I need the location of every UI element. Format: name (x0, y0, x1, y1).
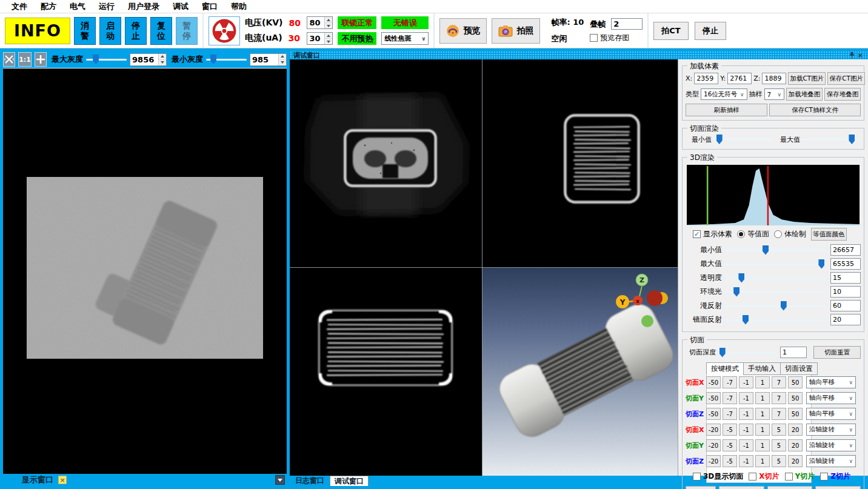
zoom-1-1-button[interactable]: 1:1 (18, 52, 32, 67)
slice-step-button[interactable]: -1 (739, 439, 753, 451)
slice-step-button[interactable]: -7 (723, 408, 737, 420)
spin-arrows[interactable] (158, 54, 166, 65)
snapshot-button[interactable]: 拍照 (492, 18, 540, 44)
voltage-input[interactable] (307, 17, 324, 28)
focus-mode-select[interactable]: 线性焦斑∨ (381, 32, 429, 45)
slice-tab-2[interactable]: 手动输入 (743, 362, 780, 375)
slider-thumb[interactable] (733, 287, 739, 297)
min-gray-slider[interactable] (206, 55, 247, 64)
volume-render-3d-view[interactable]: Z Y x (482, 268, 678, 476)
slice-max-slider[interactable] (802, 135, 861, 144)
render3d-slider-value[interactable] (830, 272, 861, 284)
slice-depth-slider[interactable] (720, 348, 776, 358)
slider-thumb[interactable] (743, 315, 749, 325)
slice-mode-select[interactable]: 轴向平移∨ (806, 408, 856, 420)
slice-step-button[interactable]: -1 (739, 392, 753, 404)
slice-step-button[interactable]: -5 (723, 424, 737, 436)
menu-item-4[interactable]: 运行 (92, 1, 121, 12)
menu-item-5[interactable]: 用户登录 (121, 1, 166, 12)
save-ct-images-button[interactable]: 保存CT图片 (827, 72, 865, 85)
render3d-slider-1[interactable] (726, 245, 826, 255)
render3d-slider-2[interactable] (726, 259, 826, 269)
slice-step-button[interactable]: 20 (788, 439, 803, 451)
voxel-type-select[interactable]: 16位无符号∨ (701, 88, 747, 100)
log-window-tab[interactable]: 日志窗口 (291, 476, 329, 486)
slider-thumb[interactable] (849, 135, 855, 144)
control-button-2[interactable]: 启动 (99, 17, 121, 45)
slice-step-button[interactable]: -50 (706, 408, 721, 420)
volume-render-radio[interactable]: 体绘制 (774, 229, 806, 239)
slice-checkbox-3[interactable]: Y切片 (785, 471, 815, 482)
slice-step-button[interactable]: 50 (788, 408, 803, 420)
slice-step-button[interactable]: -5 (723, 439, 737, 451)
pin-icon[interactable] (847, 52, 856, 59)
slider-thumb[interactable] (719, 348, 726, 358)
slice-min-slider[interactable] (713, 135, 772, 144)
refresh-sample-button[interactable]: 刷新抽样 (686, 104, 767, 116)
max-gray-input[interactable] (130, 54, 158, 65)
slice-step-button[interactable]: 5 (772, 439, 786, 451)
control-button-5[interactable]: 暂停 (176, 17, 198, 45)
slice-mode-select[interactable]: 轴向平移∨ (806, 392, 856, 404)
ct-slice-coronal-view[interactable] (290, 268, 482, 476)
slice-step-button[interactable]: 7 (772, 392, 786, 404)
render3d-slider-value[interactable] (830, 258, 861, 270)
slice-step-button[interactable]: -7 (723, 376, 737, 388)
ct-slice-sagittal-view[interactable] (482, 59, 678, 267)
spin-arrows[interactable] (324, 17, 332, 28)
save-ct-sample-button[interactable]: 保存CT抽样文件 (769, 104, 861, 116)
xray-source-button[interactable] (209, 16, 240, 45)
render3d-slider-value[interactable] (830, 244, 861, 256)
slice-mode-select[interactable]: 轴向平移∨ (806, 376, 856, 388)
slice-step-button[interactable]: -1 (739, 408, 753, 420)
panel-dropdown-button[interactable] (275, 475, 285, 485)
slice-step-button[interactable]: 7 (772, 408, 786, 420)
slider-thumb[interactable] (763, 245, 769, 255)
z-input[interactable] (762, 73, 786, 84)
x-input[interactable] (694, 73, 718, 84)
slider-thumb[interactable] (716, 135, 723, 144)
slice-tab-3[interactable]: 切面设置 (780, 362, 818, 375)
render3d-slider-value[interactable] (830, 300, 861, 311)
slice-action-button-4[interactable]: 保存切面Z图 (815, 486, 861, 489)
slider-thumb[interactable] (210, 55, 216, 64)
debug-window-tab[interactable]: 调试窗口 (330, 476, 369, 486)
save-preview-checkbox[interactable]: 预览存图 (590, 33, 643, 43)
radiograph-viewport[interactable] (3, 68, 287, 474)
render3d-slider-3[interactable] (726, 273, 826, 283)
slice-step-button[interactable]: 5 (772, 424, 786, 436)
close-icon[interactable]: × (856, 52, 864, 59)
close-tab-icon[interactable]: × (58, 476, 67, 484)
slider-thumb[interactable] (781, 301, 787, 311)
render3d-slider-5[interactable] (726, 301, 826, 311)
slice-step-button[interactable]: -50 (706, 376, 721, 388)
load-stack-button[interactable]: 加载堆叠图 (786, 88, 823, 101)
isosurface-color-button[interactable]: 等值面颜色 (811, 228, 847, 241)
slice-step-button[interactable]: 50 (788, 376, 803, 388)
slice-step-button[interactable]: 50 (788, 392, 803, 404)
render3d-slider-6[interactable] (726, 315, 826, 325)
render3d-slider-4[interactable] (726, 287, 826, 297)
spin-arrows[interactable] (278, 54, 286, 65)
slice-step-button[interactable]: -7 (723, 392, 737, 404)
min-gray-spinbox[interactable] (250, 53, 287, 66)
slice-action-button-1[interactable]: 整体显示 (686, 486, 716, 489)
menu-item-2[interactable]: 配方 (34, 1, 63, 12)
stop-ct-button[interactable]: 停止 (695, 22, 726, 40)
fit-view-button[interactable] (3, 52, 15, 67)
slice-mode-select[interactable]: 沿轴旋转∨ (806, 455, 856, 467)
slice-step-button[interactable]: 1 (755, 424, 770, 436)
slice-depth-input[interactable] (780, 347, 807, 358)
slice-step-button[interactable]: -20 (706, 439, 721, 451)
slice-step-button[interactable]: -1 (739, 455, 753, 467)
slice-step-button[interactable]: 1 (755, 392, 770, 404)
slice-checkbox-2[interactable]: X切片 (749, 471, 779, 482)
shoot-ct-button[interactable]: 拍CT (653, 22, 688, 40)
max-gray-slider[interactable] (86, 55, 127, 64)
stack-frames-input[interactable] (611, 18, 643, 30)
transfer-function-histogram[interactable] (687, 165, 860, 225)
slice-step-button[interactable]: -1 (739, 424, 753, 436)
render3d-slider-value[interactable] (830, 314, 861, 325)
slice-step-button[interactable]: 20 (788, 424, 803, 436)
slice-step-button[interactable]: 1 (755, 439, 770, 451)
